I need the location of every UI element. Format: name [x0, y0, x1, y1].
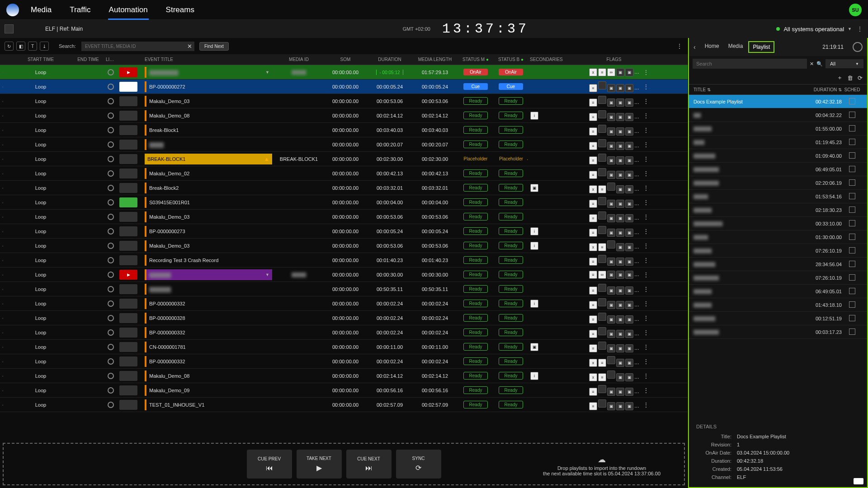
rundown-row[interactable]: ◦ Loop BP-0000000332 00:00:00.00 00:00:0…: [0, 296, 688, 311]
tab-playlist[interactable]: Playlist: [748, 41, 774, 53]
playlist-search-input[interactable]: [693, 59, 807, 69]
rundown-row[interactable]: ◦ Loop Makalu_Demo_08 00:00:00.00 00:02:…: [0, 108, 688, 123]
rundown-row[interactable]: ◦ Loop ▓▓▓▓▓▓▓▓▼ ▓▓▓▓ 00:00:00.00 - 00:0…: [0, 65, 688, 80]
clear-playlist-search-icon[interactable]: ✕: [810, 61, 814, 67]
user-icon[interactable]: [853, 42, 863, 52]
playlist-row[interactable]: ▓▓▓▓▓▓00:12:51.19: [689, 312, 867, 325]
rundown-row[interactable]: ◦ Loop ▓▓▓▓ 00:00:00.00 00:00:20.07 00:0…: [0, 137, 688, 152]
playlist-row[interactable]: ▓▓▓▓▓02:18:30.23: [689, 203, 867, 217]
rundown-row[interactable]: ◦ Loop ▓▓▓▓▓▓ 00:00:00.00 00:50:35.11 00…: [0, 282, 688, 296]
playlist-row[interactable]: ▓▓▓▓▓▓▓▓00:33:10.00: [689, 217, 867, 230]
delete-icon[interactable]: 🗑: [847, 75, 853, 81]
playlist-row[interactable]: ▓▓▓▓▓▓▓02:20:06.19: [689, 176, 867, 190]
col-flags[interactable]: FLAGS: [587, 57, 641, 62]
filter-dropdown[interactable]: All: [826, 59, 863, 68]
col-dur[interactable]: DURATION: [367, 57, 412, 62]
search-input[interactable]: [81, 42, 194, 51]
refresh-playlist-icon[interactable]: ⟳: [858, 75, 863, 81]
rundown-row[interactable]: ◦ Loop Makalu_Demo_09 00:00:00.00 00:00:…: [0, 383, 688, 398]
rundown-row[interactable]: ◦ Loop Makalu_Demo_03 00:00:00.00 00:00:…: [0, 210, 688, 224]
col-som[interactable]: SOM: [324, 57, 367, 62]
col-stb[interactable]: STATUS B ●: [494, 57, 528, 62]
rundown-row[interactable]: ◦ Loop BP-0000000273 00:00:00.00 00:00:0…: [0, 224, 688, 239]
channel-selector-icon[interactable]: [5, 24, 14, 33]
pl-col-title[interactable]: TITLE ⇅: [693, 87, 803, 92]
find-next-button[interactable]: Find Next: [199, 42, 229, 51]
playlist-row[interactable]: ▓▓▓▓▓▓28:34:56.04: [689, 258, 867, 271]
col-sec[interactable]: SECONDARIES: [528, 57, 587, 62]
tool-icon-3[interactable]: ⤓: [40, 42, 49, 51]
rundown-row[interactable]: ◦ Loop ▓▓▓▓▓▓▼ ▓▓▓▓ 00:00:00.00 00:00:30…: [0, 267, 688, 282]
playlist-row[interactable]: ▓▓▓▓▓▓01:09:40.00: [689, 149, 867, 163]
rundown-row[interactable]: ◦ Loop Break-Block1 00:00:00.00 00:03:40…: [0, 123, 688, 137]
rundown-row[interactable]: ◦ Loop BREAK-BLOCK1▲ BREAK-BLOCK1 00:00:…: [0, 152, 688, 166]
search-label: Search:: [59, 43, 76, 49]
status-dot-icon: [776, 27, 780, 31]
tab-media[interactable]: Media: [725, 41, 747, 53]
playlist-row[interactable]: ▓▓▓▓▓01:43:18.10: [689, 298, 867, 312]
rundown-row[interactable]: ◦ Loop Break-Block2 00:00:00.00 00:03:32…: [0, 181, 688, 195]
col-link[interactable]: LINK: [104, 57, 118, 62]
rundown-row[interactable]: ◦ Loop CN-0000001781 00:00:00.00 00:00:1…: [0, 340, 688, 354]
playlist-row[interactable]: Docs Example Playlist00:42:32.18: [689, 95, 867, 108]
tab-home[interactable]: Home: [701, 41, 723, 53]
col-media[interactable]: MEDIA ID: [274, 57, 324, 62]
app-logo-icon: [6, 4, 19, 16]
channel-menu-icon[interactable]: ⋮: [856, 25, 863, 33]
rundown-row[interactable]: ◦ Loop Recording Test 3 Crash Record 00:…: [0, 253, 688, 267]
rundown-row[interactable]: ◦ Loop Makalu_Demo_02 00:00:00.00 00:00:…: [0, 166, 688, 181]
playlist-row[interactable]: ▓▓▓▓▓▓▓06:49:05.01: [689, 163, 867, 176]
channel-bar: ELF | Ref: Main GMT +02:00 13:37:37 All …: [0, 20, 868, 38]
col-end[interactable]: END TIME: [72, 57, 104, 62]
rundown-rows: ◦ Loop ▓▓▓▓▓▓▓▓▼ ▓▓▓▓ 00:00:00.00 - 00:0…: [0, 65, 688, 440]
rundown-row[interactable]: ◦ Loop BP-0000000328 00:00:00.00 00:00:0…: [0, 311, 688, 325]
rundown-menu-icon[interactable]: ⋮: [676, 42, 683, 50]
col-mlen[interactable]: MEDIA LENGTH: [412, 57, 458, 62]
playlist-row[interactable]: ▓▓00:04:32.22: [689, 108, 867, 122]
nav-traffic[interactable]: Traffic: [69, 1, 91, 19]
playlist-row[interactable]: ▓▓▓▓01:30:00.00: [689, 230, 867, 244]
take-next-button[interactable]: TAKE NEXT▶: [297, 450, 342, 479]
col-stm[interactable]: STATUS M ●: [458, 57, 494, 62]
back-icon[interactable]: ‹: [693, 43, 696, 51]
pl-col-dur[interactable]: DURATION ⇅: [803, 87, 842, 92]
drop-hint-1: Drop playlists to import into the rundow…: [543, 465, 660, 471]
col-title[interactable]: EVENT TITLE: [143, 57, 274, 62]
playlist-row[interactable]: ▓▓▓▓▓▓▓07:26:10.19: [689, 271, 867, 285]
nav-streams[interactable]: Streams: [165, 1, 195, 19]
rundown-row[interactable]: ◦ Loop Makalu_Demo_03 00:00:00.00 00:00:…: [0, 239, 688, 253]
clear-search-icon[interactable]: ✕: [187, 43, 192, 50]
playlist-row[interactable]: ▓▓▓▓01:53:54.16: [689, 190, 867, 203]
playlist-row[interactable]: ▓▓▓▓▓01:55:00.00: [689, 122, 867, 136]
sync-button[interactable]: SYNC⟳: [396, 450, 441, 479]
tool-icon-2[interactable]: T: [28, 42, 37, 51]
user-avatar[interactable]: SU: [849, 4, 862, 16]
nav-media[interactable]: Media: [30, 1, 52, 19]
rundown-row[interactable]: ◦ Loop Makalu_Demo_03 00:00:00.00 00:00:…: [0, 94, 688, 108]
rundown-row[interactable]: ◦ Loop S039415E001R01 00:00:00.00 00:00:…: [0, 195, 688, 210]
rundown-row[interactable]: ◦ Loop TEST_01_INHOUSE_V1 00:00:00.00 00…: [0, 398, 688, 412]
rundown-row[interactable]: ◦ Loop BP-0000000272 00:00:00.00 00:00:0…: [0, 80, 688, 94]
cue-prev-button[interactable]: CUE PREV⏮: [247, 450, 292, 479]
rundown-row[interactable]: ◦ Loop Makalu_Demo_08 00:00:00.00 00:02:…: [0, 369, 688, 383]
search-icon[interactable]: 🔍: [816, 61, 823, 67]
rundown-row[interactable]: ◦ Loop BP-0000000332 00:00:00.00 00:00:0…: [0, 354, 688, 369]
playlist-row[interactable]: ▓▓▓▓▓07:26:10.19: [689, 244, 867, 258]
keyboard-icon[interactable]: [854, 478, 863, 484]
playlist-row[interactable]: ▓▓▓01:19:45.23: [689, 136, 867, 149]
pl-col-sched[interactable]: SCHED: [842, 87, 863, 92]
playlist-row[interactable]: ▓▓▓▓▓▓▓00:03:17.23: [689, 325, 867, 339]
col-start[interactable]: START TIME: [9, 57, 72, 62]
nav-automation[interactable]: Automation: [108, 1, 149, 20]
timezone-label: GMT +02:00: [403, 26, 430, 32]
drop-area[interactable]: CUE PREV⏮TAKE NEXT▶CUE NEXT⏭SYNC⟳ ☁ Drop…: [3, 443, 685, 485]
cue-next-button[interactable]: CUE NEXT⏭: [346, 450, 392, 479]
rundown-row[interactable]: ◦ Loop BP-0000000332 00:00:00.00 00:00:0…: [0, 325, 688, 340]
refresh-icon[interactable]: ↻: [5, 42, 14, 51]
playlist-row[interactable]: ▓▓▓▓▓06:49:05.01: [689, 285, 867, 298]
add-icon[interactable]: ＋: [837, 74, 843, 82]
system-status-dropdown[interactable]: All systems operational: [776, 26, 852, 33]
cloud-upload-icon: ☁: [543, 455, 660, 465]
top-nav: MediaTrafficAutomationStreams SU: [0, 0, 868, 20]
tool-icon-1[interactable]: ◧: [16, 42, 25, 51]
